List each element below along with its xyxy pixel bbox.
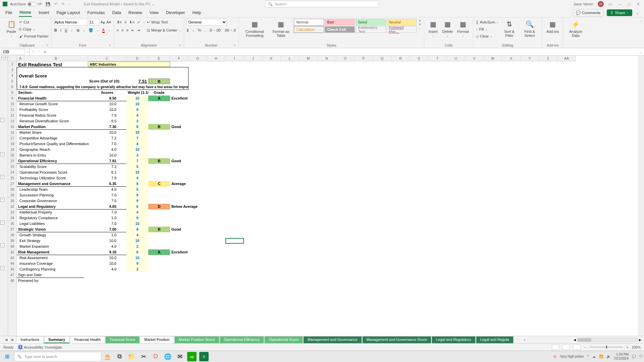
tab-insert[interactable]: Insert bbox=[38, 9, 50, 16]
row-header-20[interactable]: 20 bbox=[8, 153, 16, 158]
qat-more-icon[interactable]: ⌄ bbox=[68, 3, 71, 6]
zoom-slider[interactable] bbox=[589, 347, 623, 348]
align-right-icon[interactable]: ≡ bbox=[126, 28, 128, 32]
item-weight[interactable]: 10 bbox=[126, 101, 148, 107]
onedrive-icon[interactable]: ☁ bbox=[592, 355, 596, 358]
col-header-D[interactable]: D bbox=[126, 56, 148, 61]
item-score[interactable]: 7.0 bbox=[88, 141, 126, 147]
sheet-tab[interactable]: Market Position bbox=[140, 336, 174, 343]
item-weight[interactable]: 3 bbox=[126, 118, 148, 124]
item-score[interactable]: 8.5 bbox=[88, 118, 126, 124]
item-score[interactable]: 10.0 bbox=[88, 130, 126, 135]
item-score[interactable]: 7.2 bbox=[88, 135, 126, 141]
row-header-47[interactable]: 47 bbox=[8, 272, 16, 278]
sheet-tab[interactable]: Management and Governance Score bbox=[362, 336, 431, 343]
row-header-22[interactable]: 22 bbox=[8, 158, 16, 164]
sheet-tab[interactable]: Financial Score bbox=[105, 336, 140, 343]
row-header-34[interactable]: 34 bbox=[8, 215, 16, 221]
item-score[interactable]: 10.0 bbox=[88, 153, 126, 158]
active-cell[interactable] bbox=[225, 238, 244, 244]
section-name[interactable]: Financial Health bbox=[17, 96, 91, 101]
overall-grade[interactable]: B bbox=[148, 78, 170, 84]
sheet-tab[interactable]: Summary bbox=[44, 336, 69, 343]
item-weight[interactable]: 10 bbox=[126, 147, 148, 153]
format-as-table-button[interactable]: ▦Format as Table bbox=[269, 19, 292, 38]
col-header-Q[interactable]: Q bbox=[373, 56, 391, 61]
accounting-icon[interactable]: $ bbox=[187, 28, 189, 32]
row-header-45[interactable]: 45 bbox=[8, 266, 16, 272]
section-name[interactable]: Risk Management bbox=[17, 249, 91, 255]
clear-button[interactable]: ◇Clear⌄ bbox=[476, 33, 499, 40]
increase-font-icon[interactable]: A▴ bbox=[101, 20, 105, 24]
outline-level-1[interactable]: 1 bbox=[0, 56, 4, 60]
section-score[interactable]: 7.81 bbox=[88, 158, 126, 164]
item-weight[interactable]: 4 bbox=[126, 141, 148, 147]
italic-button[interactable]: I bbox=[60, 28, 61, 32]
section-score[interactable]: 6.35 bbox=[88, 181, 126, 187]
row-header-2[interactable]: 2 bbox=[8, 61, 16, 67]
bold-button[interactable]: B bbox=[54, 28, 57, 32]
item-weight[interactable]: 5 bbox=[126, 187, 148, 192]
item-score[interactable]: 7.9 bbox=[88, 175, 126, 181]
item-score[interactable]: 1.0 bbox=[88, 232, 126, 238]
item-score[interactable]: 7.9 bbox=[88, 113, 126, 118]
user-name[interactable]: Jason Varner bbox=[573, 2, 593, 6]
font-size-input[interactable] bbox=[89, 19, 99, 25]
item-weight[interactable]: 10 bbox=[126, 170, 148, 175]
item-score[interactable]: 7.2 bbox=[88, 164, 126, 170]
row-header-24[interactable]: 24 bbox=[8, 170, 16, 175]
select-all-button[interactable] bbox=[8, 56, 17, 61]
style-explanatory[interactable]: Explanatory Text bbox=[356, 26, 386, 33]
row-header-19[interactable]: 19 bbox=[8, 147, 16, 153]
section-grade-text[interactable]: Good bbox=[170, 227, 204, 232]
search-box[interactable]: 🔍 Search bbox=[265, 1, 379, 7]
section-name[interactable]: Strategic Vision bbox=[17, 227, 91, 232]
style-calculation[interactable]: Calculation bbox=[294, 26, 324, 33]
row-header-25[interactable]: 25 bbox=[8, 175, 16, 181]
wrap-text-button[interactable]: ↩Wrap Text bbox=[147, 19, 181, 25]
row-header-43[interactable]: 43 bbox=[8, 255, 16, 261]
section-score[interactable]: 7.00 bbox=[88, 227, 126, 232]
align-center-icon[interactable]: ≡ bbox=[121, 28, 123, 32]
item-weight[interactable]: 2 bbox=[126, 244, 148, 249]
col-header-H[interactable]: H bbox=[207, 56, 225, 61]
section-grade[interactable]: C bbox=[148, 181, 170, 187]
sort-filter-button[interactable]: ⇅Sort & Filter bbox=[500, 19, 518, 38]
row-header-33[interactable]: 33 bbox=[8, 209, 16, 215]
percent-icon[interactable]: % bbox=[198, 28, 201, 32]
row-header-32[interactable]: 32 bbox=[8, 204, 16, 209]
number-format-select[interactable]: General bbox=[187, 19, 227, 25]
opera-icon[interactable]: O bbox=[151, 352, 160, 361]
ribbon-mode-icon[interactable]: ▭ bbox=[608, 2, 613, 6]
item-score[interactable]: 4.0 bbox=[88, 266, 126, 272]
item-weight[interactable]: 10 bbox=[126, 238, 148, 244]
style-neutral[interactable]: Neutral bbox=[386, 19, 417, 25]
sheet-tab[interactable]: Market Position Score bbox=[174, 336, 219, 343]
col-header-B[interactable]: B bbox=[24, 56, 88, 61]
row-header-18[interactable]: 18 bbox=[8, 141, 16, 147]
prepared-by[interactable]: Prenared by: bbox=[17, 278, 84, 284]
row-header-13[interactable]: 13 bbox=[8, 118, 16, 124]
save-icon[interactable]: 💾 bbox=[46, 2, 50, 6]
row-header-44[interactable]: 44 bbox=[8, 261, 16, 266]
align-top-icon[interactable]: ⬆≡ bbox=[117, 20, 122, 24]
col-header-F[interactable]: F bbox=[170, 56, 189, 61]
tab-review[interactable]: Review bbox=[128, 9, 143, 16]
copy-button[interactable]: ⎘Copy⌄ bbox=[19, 26, 49, 33]
section-grade-text[interactable]: Excellent bbox=[170, 96, 204, 101]
redo-icon[interactable]: ↷ bbox=[61, 2, 64, 6]
tab-page-layout[interactable]: Page Layout bbox=[56, 9, 80, 16]
zoom-in-icon[interactable]: + bbox=[626, 345, 628, 349]
section-grade[interactable]: B bbox=[148, 227, 170, 232]
outline-collapse-button[interactable]: − bbox=[0, 243, 4, 247]
underline-button[interactable]: U bbox=[65, 28, 67, 32]
style-normal[interactable]: Normal bbox=[294, 19, 324, 25]
accessibility-status[interactable]: Accessibility: Investigate bbox=[24, 345, 62, 349]
user-avatar[interactable]: JV bbox=[598, 1, 604, 7]
section-weight[interactable]: 6 bbox=[126, 204, 148, 209]
sheet-tab[interactable]: Management and Governance bbox=[303, 336, 362, 343]
format-cells-button[interactable]: ▦Format⌄ bbox=[456, 19, 470, 38]
ribbon-options-icon[interactable]: ⌄ bbox=[639, 17, 644, 48]
notifications-icon[interactable]: 💬 bbox=[632, 355, 636, 358]
score-note[interactable]: 7-8.9: Good readiness, suggesting the co… bbox=[17, 84, 189, 90]
